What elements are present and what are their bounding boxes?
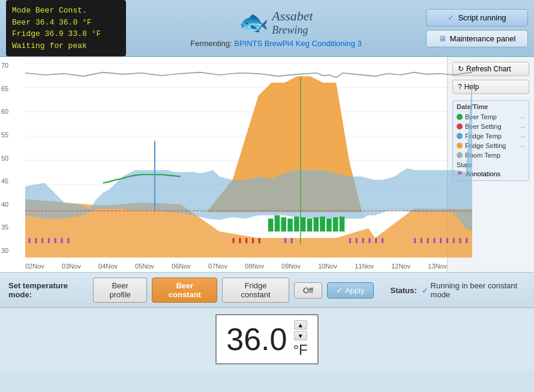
svg-rect-30 bbox=[48, 238, 50, 243]
refresh-label: Refresh Chart bbox=[466, 65, 511, 73]
svg-rect-55 bbox=[466, 238, 467, 243]
svg-rect-34 bbox=[233, 238, 235, 243]
x-10nov: 10Nov bbox=[318, 263, 337, 270]
y-35: 35 bbox=[1, 224, 8, 231]
x-08nov: 08Nov bbox=[245, 263, 264, 270]
y-70: 70 bbox=[1, 62, 8, 69]
beer-profile-button[interactable]: Beer profile bbox=[93, 278, 148, 303]
off-button[interactable]: Off bbox=[294, 282, 322, 298]
svg-rect-37 bbox=[252, 238, 254, 243]
svg-rect-35 bbox=[239, 238, 241, 243]
logo-container: 🐟 Assabet Brewing bbox=[239, 8, 313, 37]
svg-rect-32 bbox=[61, 238, 62, 243]
x-07nov: 07Nov bbox=[208, 263, 227, 270]
svg-rect-13 bbox=[275, 215, 280, 231]
status-label: Status: bbox=[391, 286, 417, 295]
apply-label: Apply bbox=[345, 286, 365, 295]
y-45: 45 bbox=[1, 177, 8, 185]
svg-rect-33 bbox=[67, 238, 69, 243]
logo-line2: Brewing bbox=[272, 24, 313, 37]
led-display: Mode Beer Const. Beer 36.4 36.0 °F Fridg… bbox=[6, 0, 126, 56]
chart-main: 70 65 60 55 50 45 40 35 30 bbox=[0, 57, 447, 272]
y-65: 65 bbox=[1, 85, 8, 92]
svg-rect-27 bbox=[28, 238, 30, 243]
check-icon: ✓ bbox=[448, 13, 454, 22]
svg-rect-20 bbox=[320, 216, 325, 231]
svg-rect-44 bbox=[368, 238, 370, 243]
temp-value: 36.0 bbox=[226, 321, 287, 357]
x-04nov: 04Nov bbox=[98, 263, 118, 270]
beer-temp-value: -- bbox=[521, 113, 525, 120]
monitor-icon: 🖥 bbox=[439, 34, 446, 43]
apply-button[interactable]: ✓ Apply bbox=[327, 282, 374, 298]
svg-rect-15 bbox=[287, 219, 293, 232]
temp-down-button[interactable]: ▼ bbox=[294, 331, 307, 340]
svg-rect-53 bbox=[453, 238, 455, 243]
apply-check-icon: ✓ bbox=[336, 286, 343, 295]
led-line2: Beer 36.4 36.0 °F bbox=[12, 17, 120, 29]
script-running-label: Script running bbox=[458, 13, 506, 22]
temp-unit: °F bbox=[293, 342, 307, 358]
fridge-constant-button[interactable]: Fridge constant bbox=[222, 278, 289, 303]
fish-icon: 🐟 bbox=[239, 8, 269, 37]
x-11nov: 11Nov bbox=[355, 263, 374, 270]
logo-line1: Assabet bbox=[272, 8, 313, 24]
svg-rect-19 bbox=[313, 218, 319, 232]
svg-rect-54 bbox=[459, 238, 461, 243]
temp-unit-area: ▲ ▼ °F bbox=[293, 320, 307, 358]
x-03nov: 03Nov bbox=[62, 263, 81, 270]
maintenance-panel-button[interactable]: 🖥 Maintenance panel bbox=[426, 30, 528, 47]
set-temp-mode-label: Set temperature mode: bbox=[8, 281, 86, 299]
svg-rect-41 bbox=[349, 238, 351, 243]
svg-rect-42 bbox=[356, 238, 358, 243]
svg-rect-23 bbox=[340, 216, 345, 231]
svg-rect-48 bbox=[421, 238, 422, 243]
y-40: 40 bbox=[1, 201, 8, 208]
y-60: 60 bbox=[1, 108, 8, 115]
x-12nov: 12Nov bbox=[391, 263, 410, 270]
svg-rect-49 bbox=[427, 238, 428, 243]
led-line1: Mode Beer Const. bbox=[12, 5, 120, 17]
y-50: 50 bbox=[1, 155, 8, 162]
svg-rect-29 bbox=[41, 238, 43, 243]
beer-constant-button[interactable]: Beer constant bbox=[152, 278, 217, 303]
script-running-button[interactable]: ✓ Script running bbox=[426, 9, 528, 26]
svg-rect-22 bbox=[333, 218, 338, 232]
fridge-temp-value: -- bbox=[521, 132, 525, 140]
x-09nov: 09Nov bbox=[281, 263, 301, 270]
svg-rect-46 bbox=[382, 238, 383, 243]
temp-up-button[interactable]: ▲ bbox=[294, 320, 307, 330]
svg-rect-39 bbox=[284, 238, 286, 243]
fermenting-label: Fermenting: bbox=[190, 39, 232, 48]
svg-rect-38 bbox=[259, 238, 260, 243]
y-30: 30 bbox=[1, 247, 8, 254]
header: Mode Beer Const. Beer 36.4 36.0 °F Fridg… bbox=[0, 0, 534, 57]
logo-area: 🐟 Assabet Brewing Fermenting: BPINTS Bre… bbox=[126, 8, 426, 48]
svg-rect-51 bbox=[440, 238, 442, 243]
svg-rect-47 bbox=[414, 238, 416, 243]
fermenting-link[interactable]: BPINTS BrewPi4 Keg Conditioning 3 bbox=[234, 39, 361, 48]
y-axis: 70 65 60 55 50 45 40 35 30 bbox=[1, 62, 8, 254]
status-check-icon: ✓ bbox=[422, 286, 428, 295]
svg-rect-18 bbox=[307, 219, 313, 232]
svg-rect-28 bbox=[35, 238, 37, 243]
svg-rect-40 bbox=[291, 238, 293, 243]
svg-rect-45 bbox=[375, 238, 377, 243]
logo-text-block: Assabet Brewing bbox=[272, 8, 313, 37]
svg-rect-50 bbox=[433, 238, 435, 243]
temp-display-area: 36.0 ▲ ▼ °F bbox=[0, 308, 534, 370]
x-05nov: 05Nov bbox=[135, 263, 154, 270]
chart-container: 70 65 60 55 50 45 40 35 30 bbox=[0, 57, 534, 273]
x-axis-labels: 02Nov 03Nov 04Nov 05Nov 06Nov 07Nov 08No… bbox=[25, 263, 447, 270]
svg-rect-31 bbox=[55, 238, 56, 243]
status-text: ✓ Running in beer constant mode bbox=[422, 281, 526, 299]
svg-rect-14 bbox=[281, 218, 286, 232]
led-line3: Fridge 36.9 33.8 °F bbox=[12, 28, 120, 40]
x-06nov: 06Nov bbox=[172, 263, 191, 270]
x-02nov: 02Nov bbox=[25, 263, 44, 270]
controls-row: Set temperature mode: Beer profile Beer … bbox=[8, 278, 526, 303]
svg-rect-12 bbox=[268, 219, 274, 232]
svg-rect-52 bbox=[446, 238, 448, 243]
svg-rect-16 bbox=[294, 216, 299, 231]
chart-svg bbox=[25, 62, 472, 259]
